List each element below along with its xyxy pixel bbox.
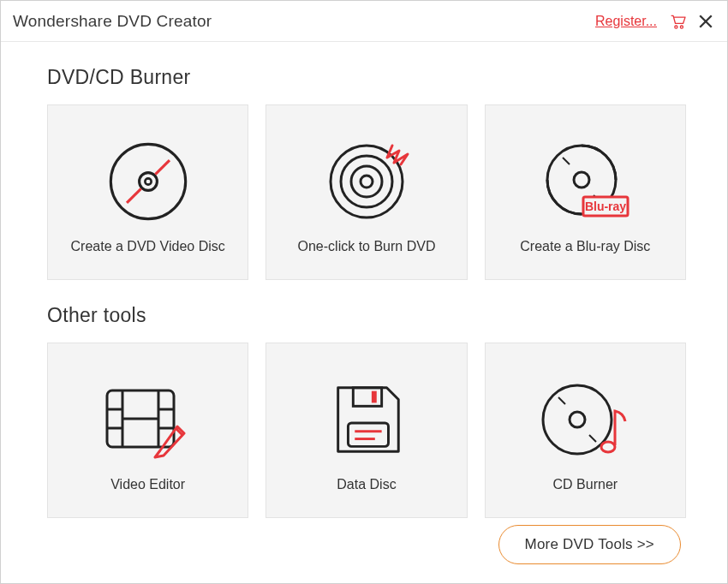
- music-disc-icon: [538, 369, 632, 470]
- svg-point-10: [341, 156, 392, 207]
- floppy-disk-icon: [325, 369, 409, 470]
- tile-cd-burner-label: CD Burner: [553, 477, 618, 492]
- tile-one-click-label: One-click to Burn DVD: [298, 239, 436, 254]
- svg-text:Blu-ray: Blu-ray: [585, 200, 626, 213]
- svg-line-7: [127, 188, 141, 203]
- video-editor-icon: [98, 369, 198, 470]
- tile-data-disc[interactable]: Data Disc: [266, 343, 467, 518]
- svg-point-5: [139, 172, 157, 190]
- svg-point-14: [574, 172, 589, 188]
- titlebar: Wondershare DVD Creator Register...: [1, 1, 727, 42]
- register-link[interactable]: Register...: [595, 14, 657, 29]
- tile-bluray-label: Create a Blu-ray Disc: [520, 239, 650, 254]
- cart-icon[interactable]: [669, 14, 686, 29]
- tile-dvd-video[interactable]: Create a DVD Video Disc: [47, 104, 248, 280]
- tile-bluray[interactable]: Blu-ray Create a Blu-ray Disc: [485, 104, 686, 280]
- close-icon[interactable]: [698, 14, 713, 29]
- svg-rect-30: [348, 422, 388, 445]
- svg-line-36: [589, 435, 596, 442]
- burn-disc-icon: [319, 131, 415, 232]
- svg-point-34: [570, 412, 585, 427]
- svg-rect-29: [372, 390, 377, 402]
- svg-point-12: [361, 176, 373, 188]
- svg-point-1: [680, 25, 683, 27]
- svg-point-4: [110, 144, 185, 218]
- svg-line-8: [155, 160, 170, 175]
- tile-data-disc-label: Data Disc: [337, 477, 396, 492]
- svg-point-0: [675, 25, 677, 27]
- tile-video-editor-label: Video Editor: [110, 477, 185, 492]
- dvd-disc-icon: [104, 131, 193, 232]
- svg-point-6: [145, 178, 151, 184]
- tile-cd-burner[interactable]: CD Burner: [485, 343, 686, 518]
- svg-point-37: [601, 442, 615, 452]
- app-title: Wondershare DVD Creator: [13, 12, 212, 31]
- tile-dvd-video-label: Create a DVD Video Disc: [71, 239, 225, 254]
- svg-point-11: [351, 166, 382, 197]
- tile-one-click-burn[interactable]: One-click to Burn DVD: [266, 104, 467, 280]
- bluray-disc-icon: Blu-ray: [539, 131, 631, 232]
- svg-line-35: [558, 397, 565, 404]
- svg-rect-28: [353, 387, 381, 406]
- more-dvd-tools-button[interactable]: More DVD Tools >>: [498, 525, 681, 564]
- tile-video-editor[interactable]: Video Editor: [47, 343, 248, 518]
- burner-tiles: Create a DVD Video Disc One-click to Bur…: [47, 104, 686, 280]
- other-tiles: Video Editor Data Disc: [47, 343, 686, 518]
- svg-line-15: [563, 158, 570, 164]
- section-title-other: Other tools: [47, 304, 686, 327]
- section-title-burner: DVD/CD Burner: [47, 66, 686, 89]
